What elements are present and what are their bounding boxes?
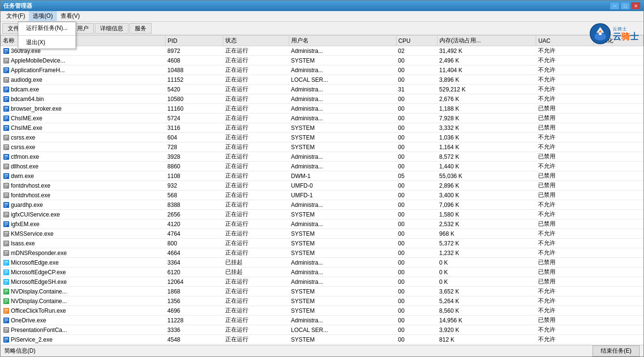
svg-rect-88 (4, 244, 7, 245)
end-task-button[interactable]: 结束任务(E) (592, 345, 640, 357)
cell-user: LOCAL SER... (289, 75, 397, 85)
toolbar-details[interactable]: 详细信息 (95, 23, 129, 34)
maximize-button[interactable]: □ (620, 2, 630, 10)
svg-rect-11 (4, 60, 8, 61)
cell-pid: 2656 (166, 210, 223, 219)
cell-name: ChsIME.exe (1, 123, 166, 133)
col-header-cpu[interactable]: CPU (396, 36, 438, 46)
table-row[interactable]: fontdrvhost.exe 568 正在运行 UMFD-1 00 3,400… (1, 191, 644, 200)
svg-rect-82 (4, 232, 8, 233)
svg-rect-23 (4, 89, 8, 90)
col-header-user[interactable]: 用户名 (289, 36, 397, 46)
cell-name: ctfmon.exe (1, 152, 166, 162)
table-row[interactable]: igfxEM.exe 4120 正在运行 Administra... 00 2,… (1, 219, 644, 229)
toolbar-services[interactable]: 服务 (129, 23, 152, 34)
cell-user: SYSTEM (289, 133, 397, 142)
table-container[interactable]: 名称 PID 状态 用户名 CPU 内存(活动占用... UAC 虚拟化 (0, 35, 644, 345)
table-row[interactable]: ChsIME.exe 5724 正在运行 Administra... 00 7,… (1, 114, 644, 123)
cell-user: SYSTEM (289, 306, 397, 316)
svg-rect-122 (4, 328, 8, 329)
table-row[interactable]: browser_broker.exe 11160 正在运行 Administra… (1, 104, 644, 114)
svg-rect-35 (4, 118, 8, 119)
menu-file[interactable]: 文件(F) (2, 11, 29, 21)
process-name: dllhost.exe (11, 163, 39, 170)
table-row[interactable]: OfficeClickToRun.exe 4696 正在运行 SYSTEM 00… (1, 306, 644, 316)
cell-mem: 2,496 K (438, 56, 536, 65)
col-header-mem[interactable]: 内存(活动占用... (438, 36, 536, 46)
cell-user: Administra... (289, 258, 397, 268)
table-row[interactable]: MicrosoftEdgeCP.exe 6120 已挂起 Administra.… (1, 268, 644, 277)
table-row[interactable]: MicrosoftEdgeSH.exe 12064 正在运行 Administr… (1, 277, 644, 287)
menu-options[interactable]: 选项(O) 运行新任务(N)... 退出(X) (29, 11, 56, 21)
process-icon (3, 153, 10, 160)
table-row[interactable]: dwm.exe 1108 正在运行 DWM-1 05 55,036 K 已禁用 (1, 171, 644, 181)
cell-status: 正在运行 (223, 325, 289, 335)
table-row[interactable]: lsass.exe 800 正在运行 SYSTEM 00 5,372 K 不允许 (1, 239, 644, 248)
cell-cpu: 00 (396, 142, 438, 152)
cell-cpu: 00 (396, 248, 438, 258)
svg-rect-103 (4, 281, 8, 282)
cell-uac: 不允许 (536, 65, 594, 75)
cell-pid: 932 (166, 181, 223, 191)
summary-label[interactable]: 简略信息(D) (4, 347, 36, 355)
table-row[interactable]: 360tray.exe 8972 正在运行 Administra... 02 3… (1, 46, 644, 56)
table-row[interactable]: guardhp.exe 8388 正在运行 Administra... 00 7… (1, 200, 644, 210)
minimize-button[interactable]: ─ (610, 2, 619, 10)
cell-status: 正在运行 (223, 219, 289, 229)
cell-name: OneDrive.exe (1, 316, 166, 325)
dropdown-run-new-task[interactable]: 运行新任务(N)... (18, 22, 76, 34)
process-icon (3, 279, 10, 285)
svg-rect-44 (4, 139, 7, 140)
table-row[interactable]: bdcam.exe 5420 正在运行 Administra... 31 529… (1, 85, 644, 94)
table-row[interactable]: NVDisplay.Containe... 1356 正在运行 SYSTEM 0… (1, 296, 644, 306)
cell-virt (594, 248, 644, 258)
svg-rect-20 (4, 81, 7, 82)
process-icon (3, 269, 10, 276)
cell-status: 正在运行 (223, 65, 289, 75)
cell-cpu: 00 (396, 306, 438, 316)
table-row[interactable]: igfxCUIService.exe 2656 正在运行 SYSTEM 00 1… (1, 210, 644, 219)
menu-view[interactable]: 查看(V) (57, 11, 84, 21)
cell-uac: 不允许 (536, 56, 594, 65)
process-icon (3, 327, 10, 333)
col-header-status[interactable]: 状态 (223, 36, 289, 46)
cell-status: 正在运行 (223, 75, 289, 85)
table-row[interactable]: ChsIME.exe 3116 正在运行 SYSTEM 00 3,332 K 已… (1, 123, 644, 133)
cell-uac: 不允许 (536, 239, 594, 248)
svg-rect-80 (4, 225, 7, 226)
table-row[interactable]: dllhost.exe 8860 正在运行 Administra... 00 1… (1, 162, 644, 171)
cell-mem: 8,572 K (438, 152, 536, 162)
col-header-pid[interactable]: PID (166, 36, 223, 46)
table-row[interactable]: MicrosoftEdge.exe 3364 已挂起 Administra...… (1, 258, 644, 268)
cell-name: AppleMobileDevice... (1, 56, 166, 65)
cell-status: 正在运行 (223, 210, 289, 219)
table-row[interactable]: audiodg.exe 11152 正在运行 LOCAL SER... 00 3… (1, 75, 644, 85)
close-button[interactable]: ✕ (631, 2, 641, 10)
table-row[interactable]: fontdrvhost.exe 932 正在运行 UMFD-0 00 2,896… (1, 181, 644, 191)
table-row[interactable]: csrss.exe 604 正在运行 SYSTEM 00 1,036 K 不允许 (1, 133, 644, 142)
cell-name: bdcam64.bin (1, 94, 166, 104)
svg-rect-110 (4, 299, 8, 300)
cell-mem: 5,372 K (438, 239, 536, 248)
process-name: ChsIME.exe (11, 125, 42, 131)
table-row[interactable]: mDNSResponder.exe 4664 正在运行 SYSTEM 00 1,… (1, 248, 644, 258)
table-row[interactable]: NVDisplay.Containe... 1868 正在运行 SYSTEM 0… (1, 287, 644, 296)
svg-rect-54 (4, 165, 8, 166)
dropdown-exit[interactable]: 退出(X) (18, 37, 76, 49)
table-row[interactable]: csrss.exe 728 正在运行 SYSTEM 00 1,164 K 不允许 (1, 142, 644, 152)
table-row[interactable]: ctfmon.exe 3928 正在运行 Administra... 00 8,… (1, 152, 644, 162)
table-row[interactable]: ApplicationFrameH... 10488 正在运行 Administ… (1, 65, 644, 75)
table-row[interactable]: bdcam64.bin 10580 正在运行 Administra... 00 … (1, 94, 644, 104)
process-icon (3, 221, 10, 228)
table-row[interactable]: KMSService.exe 4764 正在运行 SYSTEM 00 968 K… (1, 229, 644, 239)
cell-status: 正在运行 (223, 316, 289, 325)
table-row[interactable]: AppleMobileDevice... 4608 正在运行 SYSTEM 00… (1, 56, 644, 65)
table-row[interactable]: PiService_2.exe 4548 正在运行 SYSTEM 00 812 … (1, 335, 644, 344)
cell-mem: 3,920 K (438, 325, 536, 335)
table-row[interactable]: OneDrive.exe 11228 正在运行 Administra... 00… (1, 316, 644, 325)
col-header-uac[interactable]: UAC (536, 36, 594, 46)
svg-rect-102 (4, 280, 8, 281)
cell-pid: 5724 (166, 114, 223, 123)
cell-pid: 1108 (166, 171, 223, 181)
table-row[interactable]: PresentationFontCa... 3336 正在运行 LOCAL SE… (1, 325, 644, 335)
